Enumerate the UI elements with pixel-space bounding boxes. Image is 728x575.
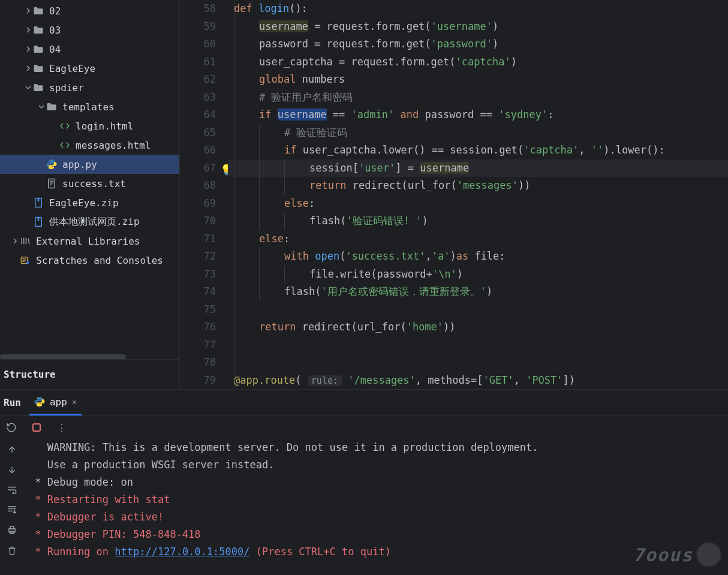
line-number: 67💡 bbox=[180, 159, 216, 177]
chevron-down-icon[interactable] bbox=[37, 104, 46, 110]
code-line[interactable]: if username == 'admin' and password == '… bbox=[228, 106, 728, 124]
project-tree[interactable]: 020304EagleEyespdiertemplateslogin.htmlm… bbox=[0, 0, 179, 354]
down-arrow-icon[interactable] bbox=[7, 465, 17, 475]
stop-button[interactable] bbox=[30, 421, 43, 434]
tree-item-app-py[interactable]: app.py bbox=[0, 155, 179, 174]
code-line[interactable]: if user_captcha.lower() == session.get('… bbox=[228, 142, 728, 159]
code-line[interactable]: else: bbox=[228, 195, 728, 213]
code-line[interactable]: # 验证用户名和密码 bbox=[228, 89, 728, 107]
folder-icon bbox=[32, 6, 44, 16]
svg-point-7 bbox=[37, 398, 38, 399]
tree-item-messages-html[interactable]: messages.html bbox=[0, 136, 179, 155]
tree-item-success-txt[interactable]: success.txt bbox=[0, 174, 179, 193]
line-number: 66 bbox=[180, 142, 216, 159]
trash-icon[interactable] bbox=[7, 546, 17, 556]
run-tool-window: Run app ✕ ⋮ bbox=[0, 389, 728, 575]
code-editor[interactable]: 58596061626364656667💡6869707172737475767… bbox=[180, 0, 728, 389]
line-number: 58 bbox=[180, 0, 216, 18]
close-icon[interactable]: ✕ bbox=[72, 397, 77, 407]
tree-item--zip[interactable]: 供本地测试网页.zip bbox=[0, 212, 179, 231]
run-tab-app[interactable]: app ✕ bbox=[29, 390, 82, 416]
line-number: 76 bbox=[180, 318, 216, 336]
rerun-button[interactable] bbox=[5, 421, 18, 434]
chevron-right-icon[interactable] bbox=[11, 238, 19, 244]
line-number: 69 bbox=[180, 195, 216, 213]
chevron-right-icon[interactable] bbox=[24, 46, 32, 52]
tree-item-scratches-and-consoles[interactable]: Scratches and Consoles bbox=[0, 251, 179, 270]
code-line[interactable] bbox=[228, 301, 728, 319]
tree-item-label: 04 bbox=[49, 44, 61, 55]
svg-point-0 bbox=[50, 161, 50, 161]
tree-item-login-html[interactable]: login.html bbox=[0, 116, 179, 136]
code-line[interactable]: flash('用户名或密码错误，请重新登录。') bbox=[228, 283, 728, 301]
tree-horizontal-scrollbar[interactable] bbox=[0, 354, 179, 359]
code-line[interactable]: user_captcha = request.form.get('captcha… bbox=[228, 53, 728, 71]
tree-item-label: app.py bbox=[62, 159, 97, 170]
code-line[interactable] bbox=[228, 336, 728, 354]
chevron-right-icon[interactable] bbox=[24, 65, 32, 71]
run-tab-label: app bbox=[50, 396, 67, 408]
more-icon[interactable]: ⋮ bbox=[55, 421, 68, 434]
console-link[interactable]: http://127.0.0.1:5000/ bbox=[115, 546, 249, 558]
tree-item-eagleeye-zip[interactable]: EagleEye.zip bbox=[0, 193, 179, 212]
line-number: 62 bbox=[180, 71, 216, 89]
tree-item-templates[interactable]: templates bbox=[0, 97, 179, 116]
line-number: 79 bbox=[180, 372, 216, 390]
tree-item-label: 02 bbox=[49, 5, 61, 17]
print-icon[interactable] bbox=[7, 525, 17, 535]
editor-gutter: 58596061626364656667💡6869707172737475767… bbox=[180, 0, 228, 389]
code-line[interactable]: @app.route( rule: '/messages', methods=[… bbox=[228, 372, 728, 390]
line-number: 60 bbox=[180, 35, 216, 53]
chevron-right-icon[interactable] bbox=[24, 8, 32, 14]
code-line[interactable]: return redirect(url_for('home')) bbox=[228, 318, 728, 336]
structure-panel-header[interactable]: Structure bbox=[0, 359, 179, 389]
folder-icon bbox=[32, 44, 44, 54]
tree-item-04[interactable]: 04 bbox=[0, 40, 179, 59]
python-icon bbox=[46, 159, 58, 170]
tree-item-label: spdier bbox=[49, 82, 84, 94]
code-line[interactable]: global numbers bbox=[228, 71, 728, 89]
code-line[interactable] bbox=[228, 354, 728, 372]
code-line[interactable]: file.write(password+'\n') bbox=[228, 266, 728, 284]
line-number: 61 bbox=[180, 53, 216, 71]
tree-item-03[interactable]: 03 bbox=[0, 20, 179, 40]
svg-point-6 bbox=[26, 261, 29, 264]
tree-item-external-libraries[interactable]: External Libraries bbox=[0, 231, 179, 251]
line-number: 72 bbox=[180, 248, 216, 266]
up-arrow-icon[interactable] bbox=[7, 445, 17, 454]
tree-item-label: login.html bbox=[76, 121, 133, 132]
tree-item-spdier[interactable]: spdier bbox=[0, 78, 179, 97]
tree-item-label: success.txt bbox=[62, 178, 126, 189]
console-output[interactable]: WARNING: This is a development server. D… bbox=[24, 439, 728, 575]
run-toolbar: ⋮ bbox=[0, 416, 728, 439]
chevron-down-icon[interactable] bbox=[24, 85, 32, 91]
tree-item-label: 供本地测试网页.zip bbox=[49, 216, 140, 228]
line-number: 77 bbox=[180, 336, 216, 354]
code-line[interactable]: flash('验证码错误! ') bbox=[228, 212, 728, 230]
line-number: 65 bbox=[180, 124, 216, 142]
tree-item-label: EagleEye.zip bbox=[49, 197, 119, 209]
code-line[interactable]: # 验证验证码 bbox=[228, 124, 728, 142]
soft-wrap-icon[interactable] bbox=[7, 486, 17, 494]
tree-item-02[interactable]: 02 bbox=[0, 1, 179, 20]
editor-code-area[interactable]: def login():username = request.form.get(… bbox=[228, 0, 728, 389]
folder-icon bbox=[32, 64, 44, 73]
html-icon bbox=[59, 121, 71, 131]
text-icon bbox=[46, 178, 58, 189]
code-line[interactable]: else: bbox=[228, 230, 728, 248]
chevron-right-icon[interactable] bbox=[24, 27, 32, 33]
line-number: 59 bbox=[180, 18, 216, 36]
tree-item-eagleeye[interactable]: EagleEye bbox=[0, 59, 179, 78]
code-line[interactable]: password = request.form.get('password') bbox=[228, 35, 728, 53]
line-number: 78 bbox=[180, 354, 216, 372]
code-line[interactable]: with open('success.txt','a')as file: bbox=[228, 248, 728, 266]
code-line[interactable]: username = request.form.get('username') bbox=[228, 18, 728, 36]
line-number: 64 bbox=[180, 106, 216, 124]
code-line[interactable]: return redirect(url_for('messages')) bbox=[228, 177, 728, 195]
code-line[interactable]: session['user'] = username bbox=[228, 159, 728, 177]
code-line[interactable]: def login(): bbox=[228, 0, 728, 18]
tree-item-label: templates bbox=[62, 101, 115, 113]
zip-icon bbox=[32, 197, 44, 208]
console-line: Use a production WSGI server instead. bbox=[29, 456, 728, 474]
scroll-to-end-icon[interactable] bbox=[7, 505, 17, 514]
